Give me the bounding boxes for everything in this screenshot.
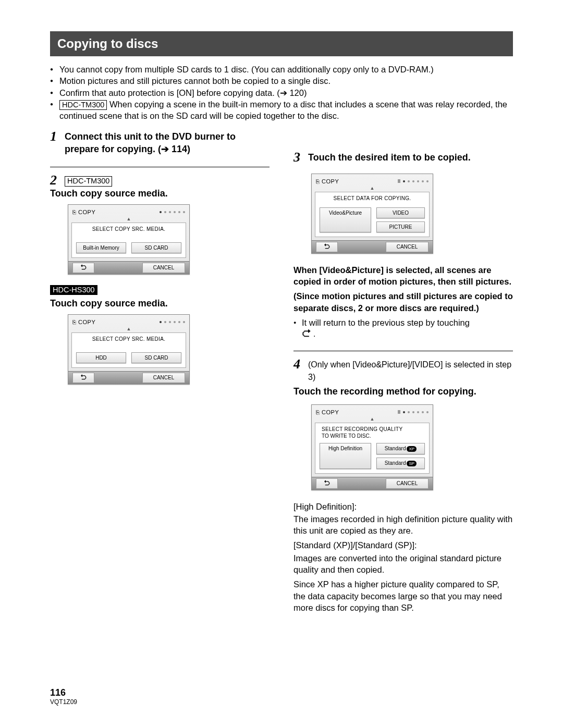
- notes-list: You cannot copy from multiple SD cards t…: [50, 64, 513, 121]
- step-number: 1: [50, 128, 57, 145]
- hd-label: [High Definition]:: [293, 501, 513, 512]
- standard-xp-button[interactable]: StandardXP: [376, 443, 425, 454]
- select-data-panel: COPY ▲ SELECT DATA FOR COPYING. Video&Pi…: [311, 174, 433, 254]
- panel-subtitle: SELECT RECORDING QUALITY: [322, 426, 426, 432]
- cancel-button[interactable]: CANCEL: [386, 242, 429, 252]
- std-label: [Standard (XP)]/[Standard (SP)]:: [293, 539, 513, 551]
- step3-bullet: It will return to the previous step by t…: [293, 317, 513, 328]
- hdd-button[interactable]: HDD: [76, 352, 126, 363]
- step2-instruction-b: Touch copy source media.: [50, 298, 270, 309]
- step1-text: Connect this unit to the DVD burner to p…: [65, 131, 236, 154]
- high-definition-button[interactable]: High Definition: [320, 443, 371, 469]
- std-text-2: Since XP has a higher picture quality co…: [293, 578, 513, 613]
- panel-subtitle-2: TO WRITE TO DISC.: [322, 433, 425, 439]
- return-icon-line: ⮌.: [293, 328, 513, 339]
- step4-text: Touch the recording method for copying.: [293, 386, 513, 397]
- progress-dots-icon: [160, 211, 185, 213]
- builtin-memory-button[interactable]: Built-in Memory: [76, 242, 126, 253]
- arrow-icon: ▲: [68, 326, 189, 331]
- note-item: Motion pictures and still pictures canno…: [50, 75, 513, 87]
- step1-heading: 1 Connect this unit to the DVD burner to…: [50, 131, 270, 155]
- return-icon: ⮌: [302, 328, 311, 339]
- arrow-icon: ▲: [68, 216, 189, 221]
- picture-button[interactable]: PICTURE: [376, 221, 425, 232]
- video-button[interactable]: VIDEO: [376, 207, 425, 218]
- arrow-icon: ▲: [312, 186, 433, 191]
- model-badge: HDC-TM300: [65, 176, 112, 186]
- panel-title: COPY: [316, 178, 339, 184]
- panel-title: COPY: [72, 319, 95, 325]
- cancel-button[interactable]: CANCEL: [142, 373, 185, 383]
- recording-quality-panel: COPY ▲ SELECT RECORDING QUALITY TO WRITE…: [311, 404, 433, 490]
- note-text: When copying a scene in the built-in mem…: [59, 100, 507, 120]
- divider: [50, 167, 270, 167]
- back-button[interactable]: ⮌: [72, 263, 94, 273]
- std-text-1: Images are converted into the original s…: [293, 552, 513, 576]
- step3-note-2: (Since motion pictures and still picture…: [293, 290, 513, 314]
- back-button[interactable]: ⮌: [316, 478, 338, 489]
- progress-dots-icon: [398, 179, 429, 183]
- xp-badge: XP: [407, 446, 417, 452]
- page-footer: 116 VQT1Z09: [50, 687, 513, 706]
- model-badge: HDC-HS300: [50, 285, 97, 295]
- step4-condition: (Only when [Video&Picture]/[VIDEO] is se…: [308, 360, 511, 381]
- step-number: 4: [293, 355, 300, 373]
- standard-sp-button[interactable]: StandardSP: [376, 458, 425, 469]
- back-button[interactable]: ⮌: [316, 242, 338, 252]
- sd-card-button[interactable]: SD CARD: [131, 352, 181, 363]
- hd-text: The images recorded in high definition p…: [293, 513, 513, 537]
- step-number: 2: [50, 171, 57, 189]
- progress-dots-icon: [398, 410, 429, 414]
- document-code: VQT1Z09: [50, 698, 513, 706]
- panel-subtitle: SELECT COPY SRC. MEDIA.: [75, 336, 182, 342]
- panel-subtitle: SELECT DATA FOR COPYING.: [319, 195, 426, 201]
- model-badge: HDC-TM300: [59, 100, 107, 110]
- panel-title: COPY: [72, 209, 95, 215]
- cancel-button[interactable]: CANCEL: [142, 263, 185, 273]
- cancel-button[interactable]: CANCEL: [386, 478, 429, 489]
- back-button[interactable]: ⮌: [72, 373, 94, 383]
- panel-title: COPY: [316, 409, 339, 415]
- arrow-icon: ▲: [312, 416, 433, 422]
- step2-heading: 2 HDC-TM300: [50, 175, 270, 187]
- note-item: Confirm that auto protection is [ON] bef…: [50, 87, 513, 98]
- progress-dots-icon: [160, 321, 185, 323]
- step3-note-1: When [Video&Picture] is selected, all sc…: [293, 264, 513, 288]
- step2-instruction-a: Touch copy source media.: [50, 188, 270, 199]
- copy-source-panel-hs300: COPY ▲ SELECT COPY SRC. MEDIA. HDD SD CA…: [68, 314, 190, 385]
- sp-badge: SP: [407, 461, 417, 466]
- note-item: You cannot copy from multiple SD cards t…: [50, 64, 513, 75]
- panel-subtitle: SELECT COPY SRC. MEDIA.: [75, 226, 182, 232]
- note-item: HDC-TM300 When copying a scene in the bu…: [50, 98, 513, 122]
- copy-source-panel-tm300: COPY ▲ SELECT COPY SRC. MEDIA. Built-in …: [68, 204, 190, 275]
- step3-heading: 3 Touch the desired item to be copied.: [293, 152, 513, 164]
- step-number: 3: [293, 149, 300, 166]
- step3-text: Touch the desired item to be copied.: [308, 152, 471, 163]
- divider: [293, 351, 513, 351]
- section-title: Copying to discs: [50, 31, 513, 56]
- step4-heading: 4 (Only when [Video&Picture]/[VIDEO] is …: [293, 359, 513, 383]
- sd-card-button[interactable]: SD CARD: [131, 242, 181, 253]
- page-number: 116: [50, 687, 513, 698]
- video-picture-button[interactable]: Video&Picture: [320, 207, 371, 232]
